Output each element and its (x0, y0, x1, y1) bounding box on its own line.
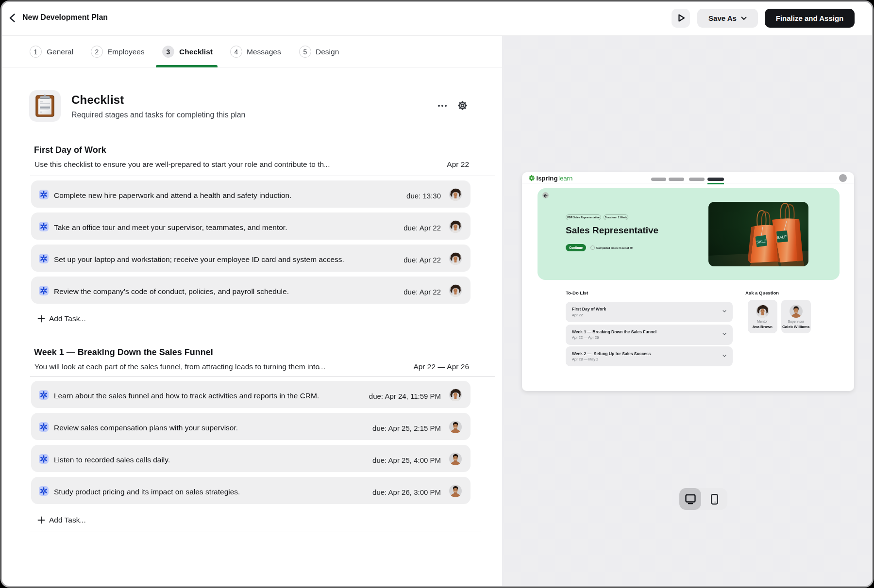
svg-text:learn: learn (558, 175, 572, 182)
svg-text:ispring: ispring (537, 175, 558, 182)
svg-text:SALE: SALE (776, 235, 787, 240)
